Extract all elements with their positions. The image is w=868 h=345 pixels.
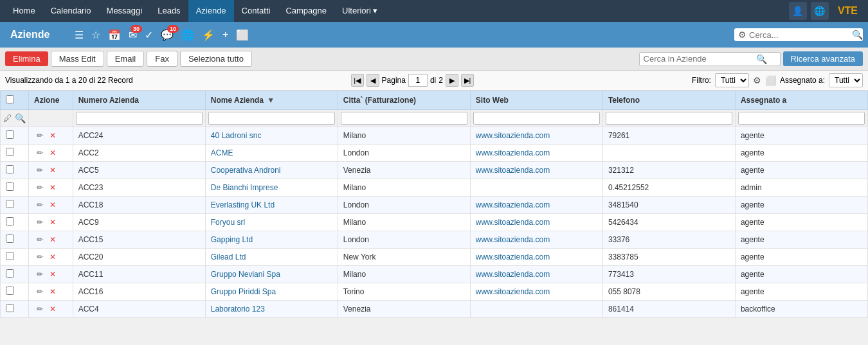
nav-messaggi[interactable]: Messaggi xyxy=(99,0,150,22)
last-page-button[interactable]: ▶| xyxy=(461,74,474,87)
row-nome[interactable]: Laboratorio 123 xyxy=(205,301,338,318)
row-checkbox[interactable] xyxy=(6,287,14,295)
row-delete-btn[interactable]: ✕ xyxy=(47,182,59,193)
assigned-select[interactable]: Tutti xyxy=(829,73,863,87)
select-all-checkbox[interactable] xyxy=(6,95,14,103)
row-edit-btn[interactable]: ✏ xyxy=(34,251,46,263)
row-sito-link[interactable]: www.sitoazienda.com xyxy=(476,166,550,175)
filter-copy-icon[interactable]: ⬜ xyxy=(765,75,776,85)
row-delete-btn[interactable]: ✕ xyxy=(47,234,59,245)
row-sito-link[interactable]: www.sitoazienda.com xyxy=(476,200,550,209)
row-sito-link[interactable]: www.sitoazienda.com xyxy=(476,235,550,244)
first-page-button[interactable]: |◀ xyxy=(351,74,364,87)
gear-icon[interactable]: ⚙ xyxy=(738,30,746,40)
row-checkbox[interactable] xyxy=(6,269,14,278)
prev-page-button[interactable]: ◀ xyxy=(366,74,379,87)
row-edit-btn[interactable]: ✏ xyxy=(34,147,46,159)
filter-nome-input[interactable] xyxy=(208,112,335,125)
row-nome-link[interactable]: Gruppo Neviani Spa xyxy=(211,270,280,279)
row-nome[interactable]: Cooperativa Androni xyxy=(205,162,338,179)
row-checkbox[interactable] xyxy=(6,182,14,191)
row-sito-link[interactable]: www.sitoazienda.com xyxy=(476,270,550,279)
record-search-input[interactable] xyxy=(644,54,756,64)
nav-home[interactable]: Home xyxy=(5,0,43,22)
history-icon[interactable]: ⬜ xyxy=(233,29,251,41)
row-edit-btn[interactable]: ✏ xyxy=(34,217,46,228)
row-nome[interactable]: Gapping Ltd xyxy=(205,231,338,249)
row-edit-btn[interactable]: ✏ xyxy=(34,182,46,193)
row-edit-btn[interactable]: ✏ xyxy=(34,286,46,297)
filter-sito-input[interactable] xyxy=(473,112,600,125)
row-checkbox[interactable] xyxy=(6,148,14,156)
row-nome-link[interactable]: Gilead Ltd xyxy=(211,252,246,261)
row-sito[interactable]: www.sitoazienda.com xyxy=(470,127,602,145)
search-input[interactable] xyxy=(749,30,852,40)
row-nome-link[interactable]: Laboratorio 123 xyxy=(211,305,265,314)
globe-icon[interactable]: 🌐 xyxy=(811,2,829,20)
row-nome-link[interactable]: 40 Ladroni snc xyxy=(211,131,262,140)
row-sito[interactable]: www.sitoazienda.com xyxy=(470,266,602,283)
user-icon[interactable]: 👤 xyxy=(789,2,807,20)
advanced-search-button[interactable]: Ricerca avanzata xyxy=(783,51,863,66)
row-nome[interactable]: Gilead Ltd xyxy=(205,249,338,266)
globe-toolbar-icon[interactable]: 🌐 xyxy=(179,29,197,41)
row-nome[interactable]: Foryou srl xyxy=(205,214,338,231)
star-icon[interactable]: ☆ xyxy=(89,29,103,41)
filter-select[interactable]: Tutti xyxy=(715,73,749,87)
filter-citta-input[interactable] xyxy=(341,112,467,125)
calendar-icon[interactable]: 📅 xyxy=(105,29,123,41)
add-icon[interactable]: + xyxy=(220,29,231,40)
record-search-box[interactable]: 🔍 xyxy=(639,52,781,66)
row-delete-btn[interactable]: ✕ xyxy=(47,164,59,176)
lightning-icon[interactable]: ⚡ xyxy=(199,29,217,41)
row-edit-btn[interactable]: ✏ xyxy=(34,303,46,315)
row-sito[interactable]: www.sitoazienda.com xyxy=(470,231,602,249)
search-submit-icon[interactable]: 🔍 xyxy=(852,30,863,40)
row-delete-btn[interactable]: ✕ xyxy=(47,199,59,211)
row-edit-btn[interactable]: ✏ xyxy=(34,269,46,280)
row-nome[interactable]: De Bianchi Imprese xyxy=(205,179,338,197)
row-delete-btn[interactable]: ✕ xyxy=(47,251,59,263)
list-icon[interactable]: ☰ xyxy=(72,29,86,41)
filter-assegnato-input[interactable] xyxy=(738,112,865,125)
chat-icon[interactable]: 💬10 xyxy=(158,29,176,41)
row-sito[interactable]: www.sitoazienda.com xyxy=(470,283,602,301)
page-input[interactable] xyxy=(408,74,428,87)
row-nome-link[interactable]: Gapping Ltd xyxy=(211,235,253,244)
row-edit-btn[interactable]: ✏ xyxy=(34,199,46,211)
row-checkbox[interactable] xyxy=(6,130,14,139)
row-delete-btn[interactable]: ✕ xyxy=(47,286,59,297)
email-button[interactable]: Email xyxy=(107,51,145,67)
mass-edit-button[interactable]: Mass Edit xyxy=(51,51,104,67)
row-sito-link[interactable]: www.sitoazienda.com xyxy=(476,148,550,157)
next-page-button[interactable]: ▶ xyxy=(446,74,458,87)
row-sito[interactable]: www.sitoazienda.com xyxy=(470,197,602,214)
nav-contatti[interactable]: Contatti xyxy=(234,0,278,22)
nav-calendario[interactable]: Calendario xyxy=(43,0,99,22)
row-nome[interactable]: Gruppo Neviani Spa xyxy=(205,266,338,283)
nav-aziende[interactable]: Aziende xyxy=(188,0,234,22)
row-sito[interactable]: www.sitoazienda.com xyxy=(470,214,602,231)
row-nome[interactable]: Everlasting UK Ltd xyxy=(205,197,338,214)
row-edit-btn[interactable]: ✏ xyxy=(34,164,46,176)
row-delete-btn[interactable]: ✕ xyxy=(47,303,59,315)
row-nome-link[interactable]: De Bianchi Imprese xyxy=(211,183,278,192)
mail-icon[interactable]: ✉30 xyxy=(126,29,140,41)
nav-campagne[interactable]: Campagne xyxy=(278,0,334,22)
row-checkbox[interactable] xyxy=(6,217,14,226)
row-edit-btn[interactable]: ✏ xyxy=(34,234,46,245)
row-nome-link[interactable]: Cooperativa Androni xyxy=(211,166,281,175)
row-sito[interactable]: www.sitoazienda.com xyxy=(470,145,602,162)
row-sito-link[interactable]: www.sitoazienda.com xyxy=(476,252,550,261)
row-checkbox[interactable] xyxy=(6,234,14,243)
filter-telefono-input[interactable] xyxy=(606,112,732,125)
row-checkbox[interactable] xyxy=(6,200,14,208)
row-edit-btn[interactable]: ✏ xyxy=(34,130,46,141)
fax-button[interactable]: Fax xyxy=(147,51,177,67)
delete-button[interactable]: Elimina xyxy=(5,51,48,66)
row-nome-link[interactable]: Everlasting UK Ltd xyxy=(211,200,275,209)
row-checkbox[interactable] xyxy=(6,165,14,173)
toolbar-search[interactable]: ⚙ 🔍 xyxy=(734,28,863,41)
header-nome[interactable]: Nome Azienda ▼ xyxy=(205,91,338,110)
row-checkbox[interactable] xyxy=(6,252,14,260)
